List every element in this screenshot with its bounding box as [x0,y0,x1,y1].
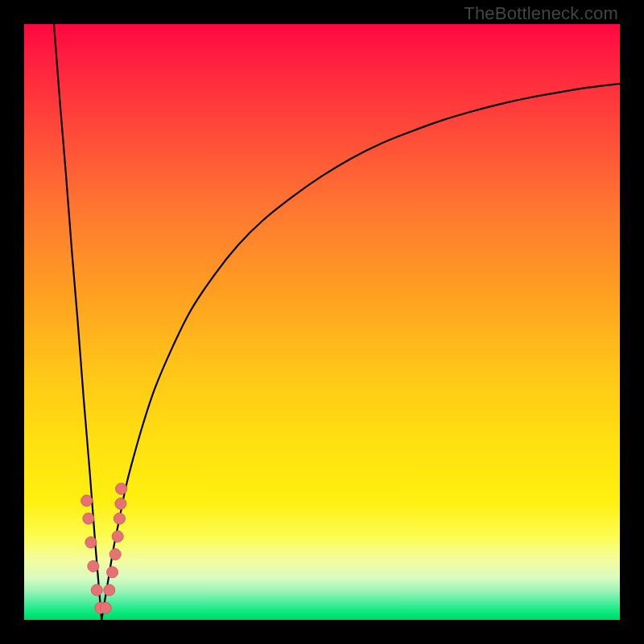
scatter-point [104,584,115,596]
scatter-point [88,560,99,572]
scatter-point [85,537,97,548]
scatter-point [116,483,127,494]
scatter-point [95,602,106,613]
chart-svg [24,24,620,620]
scatter-point [112,530,123,542]
scatter-point [81,495,93,506]
scatter-point [114,513,125,524]
highlighted-points [81,483,127,613]
scatter-point [100,602,111,613]
chart-frame: TheBottleneck.com [0,0,644,644]
watermark-text: TheBottleneck.com [464,3,618,24]
scatter-point [91,584,102,596]
scatter-point [115,498,126,510]
bottleneck-curve [54,24,620,620]
plot-area [24,24,620,620]
scatter-point [107,567,118,578]
scatter-point [83,513,94,524]
scatter-point [109,549,121,560]
